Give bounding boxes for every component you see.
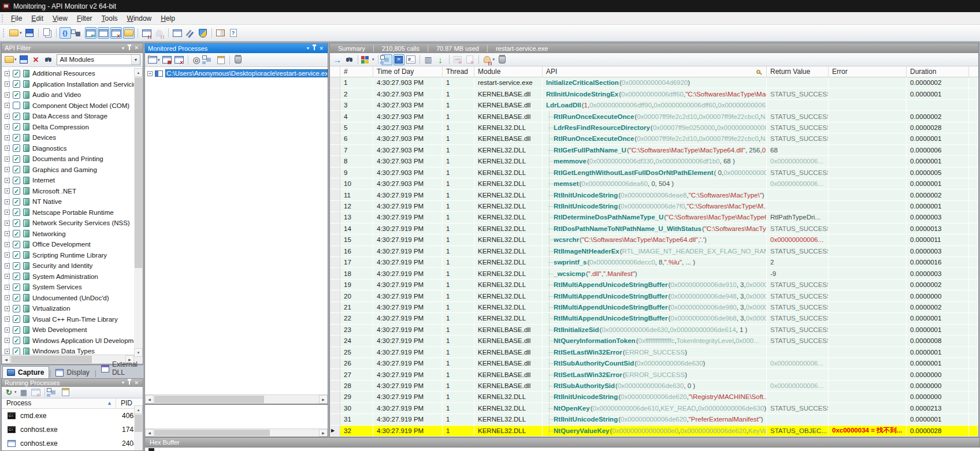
- filter-checkbox[interactable]: ✓: [13, 177, 20, 184]
- dropdown-arrow-icon[interactable]: ▾: [20, 31, 22, 35]
- table-row[interactable]: 124:30:27.919 PM1KERNEL32.DLLRtlInitUnic…: [330, 201, 978, 212]
- table-row[interactable]: 34:30:27.903 PM1KERNELBASE.dllLdrLoadDll…: [330, 100, 978, 111]
- table-row[interactable]: 264:30:27.919 PM1KERNELBASE.dllRtlSubAut…: [330, 358, 978, 369]
- filter-tree-item[interactable]: +Component Object Model (COM): [2, 100, 143, 111]
- expand-plus-icon[interactable]: +: [5, 327, 10, 333]
- filter-checkbox[interactable]: ✓: [13, 187, 20, 195]
- tab-capture[interactable]: Capture: [2, 366, 49, 379]
- help-page-icon[interactable]: [228, 27, 239, 39]
- close-icon[interactable]: ✕: [319, 46, 324, 51]
- scrollbar-thumb[interactable]: [135, 77, 142, 268]
- filter-tree-item[interactable]: +✓Networking: [2, 228, 143, 239]
- close-icon[interactable]: ✕: [134, 380, 139, 386]
- api-delete-icon[interactable]: [452, 54, 463, 65]
- scroll-up-icon[interactable]: ▲: [134, 68, 143, 77]
- expand-plus-icon[interactable]: +: [5, 81, 10, 87]
- filter-checkbox[interactable]: ✓: [13, 348, 20, 355]
- copy-icon[interactable]: [42, 27, 53, 39]
- module-column-header[interactable]: Module: [474, 66, 543, 77]
- save-file-icon[interactable]: [24, 27, 35, 39]
- expand-plus-icon[interactable]: +: [5, 242, 10, 247]
- dropdown-arrow-icon[interactable]: ▾: [14, 57, 17, 62]
- filter-tree-item[interactable]: +✓Security and Identity: [2, 260, 143, 271]
- summary-process-name[interactable]: restart-service.exe: [487, 45, 556, 52]
- filter-tree-item[interactable]: +✓Diagnostics: [2, 143, 143, 154]
- scroll-right-icon[interactable]: ▶: [319, 395, 328, 404]
- filter-checkbox[interactable]: ✓: [13, 337, 20, 344]
- window-view-icon[interactable]: [172, 27, 183, 39]
- window-new-icon[interactable]: [98, 27, 109, 39]
- window-close-icon[interactable]: [110, 27, 122, 39]
- monitor-remove-icon[interactable]: [31, 387, 42, 398]
- table-row[interactable]: ▶324:30:27.919 PM1KERNEL32.DLLNtQueryVal…: [330, 426, 978, 437]
- table-row[interactable]: 284:30:27.919 PM1KERNELBASE.dllRtlSubAut…: [330, 381, 978, 392]
- uac-shield-icon[interactable]: [197, 27, 209, 39]
- export-down-icon[interactable]: [435, 54, 446, 65]
- expand-plus-icon[interactable]: +: [5, 199, 10, 204]
- table-row[interactable]: 24:30:27.903 PM1KERNELBASE.dllRtlInitUni…: [330, 88, 978, 99]
- dropdown-arrow-icon[interactable]: ▾: [14, 390, 17, 394]
- open-file-icon[interactable]: [3, 54, 14, 65]
- process-row[interactable]: conhost.exe2404: [2, 437, 143, 450]
- filter-checkbox[interactable]: ✓: [13, 294, 20, 301]
- trash-icon[interactable]: [496, 54, 507, 65]
- filter-checkbox[interactable]: ✓: [13, 91, 20, 99]
- filter-tree-item[interactable]: +✓Delta Compression: [2, 121, 143, 132]
- filter-tree-item[interactable]: +✓Visual C++ Run-Time Library: [2, 314, 143, 325]
- filter-checkbox[interactable]: ✓: [13, 305, 20, 312]
- expand-plus-icon[interactable]: +: [5, 221, 10, 226]
- filter-tree-item[interactable]: +✓Netscape Portable Runtime: [2, 207, 143, 218]
- vertical-scrollbar[interactable]: ▲ ▼: [134, 68, 143, 357]
- expand-plus-icon[interactable]: +: [5, 103, 10, 108]
- breakpoint-icon[interactable]: [394, 54, 404, 65]
- filter-checkbox[interactable]: ✓: [13, 155, 20, 163]
- expand-plus-icon[interactable]: +: [5, 114, 10, 119]
- table-row[interactable]: 224:30:27.919 PM1KERNEL32.DLLRtlMultiApp…: [330, 313, 978, 324]
- table-row[interactable]: 214:30:27.919 PM1KERNEL32.DLLRtlMultiApp…: [330, 302, 978, 313]
- process-row[interactable]: conhost.exe1748: [2, 423, 143, 437]
- open-file-icon[interactable]: [8, 27, 20, 39]
- filter-tree-item[interactable]: +✓Data Access and Storage: [2, 111, 143, 122]
- expand-plus-icon[interactable]: +: [5, 349, 10, 354]
- table-row[interactable]: 154:30:27.919 PM1KERNEL32.DLLwcsrchr( "C…: [330, 234, 978, 245]
- table-row[interactable]: 84:30:27.903 PM1KERNEL32.DLLmemmove( 0x0…: [330, 156, 978, 167]
- expand-plus-icon[interactable]: +: [5, 92, 10, 98]
- expand-plus-icon[interactable]: +: [5, 285, 10, 290]
- color-grid-icon[interactable]: [361, 54, 372, 65]
- filter-tree-item[interactable]: +✓Audio and Video: [2, 90, 143, 100]
- scroll-left-icon[interactable]: ◀: [2, 355, 10, 364]
- filter-checkbox[interactable]: [13, 102, 20, 109]
- expand-plus-icon[interactable]: +: [5, 316, 10, 322]
- search-icon[interactable]: [756, 70, 760, 74]
- monitored-process-item[interactable]: +C:\Users\Anonymous\Desktop\oracle\resta…: [146, 68, 328, 79]
- page-delete-icon[interactable]: [465, 54, 476, 65]
- filter-checkbox[interactable]: ✓: [13, 113, 20, 120]
- expand-plus-icon[interactable]: +: [5, 231, 10, 236]
- expand-plus-icon[interactable]: +: [5, 338, 10, 343]
- expand-plus-icon[interactable]: +: [5, 156, 10, 162]
- filter-checkbox[interactable]: ✓: [13, 70, 20, 77]
- monitored-process-path[interactable]: C:\Users\Anonymous\Desktop\oracle\restar…: [165, 69, 328, 77]
- process-row[interactable]: cmd.exe4068: [2, 409, 143, 423]
- process-connector-icon[interactable]: [72, 27, 84, 39]
- filter-tree-item[interactable]: +✓Application Installation and Servicing: [2, 79, 143, 90]
- filter-checkbox[interactable]: ✓: [13, 230, 20, 237]
- process-column-header[interactable]: Process ▲: [2, 398, 116, 408]
- filter-tree-item[interactable]: +✓Windows Data Types: [2, 346, 143, 355]
- expand-plus-icon[interactable]: +: [5, 252, 10, 258]
- columns-icon[interactable]: [423, 54, 434, 65]
- table-row[interactable]: 74:30:27.903 PM1KERNEL32.DLLRtlGetFullPa…: [330, 145, 978, 156]
- options-tools-icon[interactable]: [184, 27, 196, 39]
- expand-plus-icon[interactable]: +: [5, 263, 10, 269]
- alerts-pause-icon[interactable]: [154, 27, 165, 39]
- dropdown-arrow-icon[interactable]: ▾: [493, 57, 495, 62]
- chevron-down-icon[interactable]: ▼: [131, 55, 140, 65]
- vertical-scrollbar[interactable]: ▲: [134, 405, 143, 450]
- properties-hand-icon[interactable]: [216, 54, 227, 65]
- monitor-new-icon[interactable]: [147, 54, 158, 65]
- tab-external-dll[interactable]: External DLL: [96, 358, 143, 379]
- menu-file[interactable]: File: [6, 13, 27, 24]
- table-row[interactable]: 174:30:27.919 PM1KERNEL32.DLLswprintf_s(…: [330, 257, 978, 268]
- filter-checkbox[interactable]: ✓: [13, 273, 20, 280]
- folder-view-icon[interactable]: [123, 27, 135, 39]
